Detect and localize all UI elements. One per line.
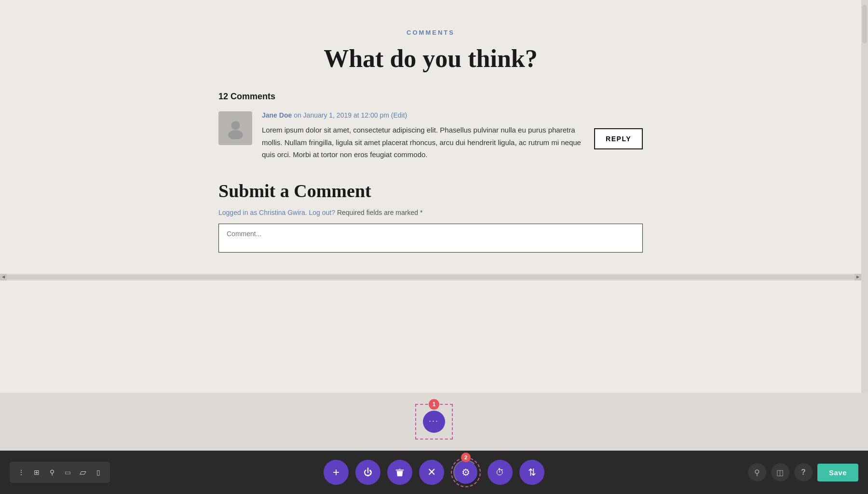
add-button[interactable]: + [324, 460, 349, 485]
comment-input-wrapper [218, 224, 643, 254]
scroll-right-arrow[interactable]: ▶ [854, 274, 861, 280]
dots-icon[interactable]: ⋮ [14, 466, 28, 479]
close-button[interactable]: ✕ [419, 460, 444, 485]
reply-button[interactable]: REPLY [594, 128, 643, 149]
section-label: COMMENTS [218, 29, 643, 36]
scroll-area[interactable] [7, 275, 854, 279]
settings-button[interactable]: ⚙ [453, 460, 478, 485]
reply-btn-wrapper: REPLY [594, 111, 643, 149]
vertical-scrollbar[interactable] [861, 0, 868, 393]
required-text: Required fields are marked * [337, 209, 422, 216]
toolbar-center: + ⏻ ✕ 2 ⚙ ⏱ ⇅ [324, 457, 544, 487]
help-button[interactable]: ? [794, 463, 813, 481]
comments-count: 12 Comments [218, 92, 643, 102]
comment-date: on January 1, 2019 at 12:00 pm [294, 111, 391, 119]
bottom-toolbar: ⋮ ⊞ ⚲ ▭ ▱ ▯ + ⏻ ✕ 2 ⚙ ⏱ ⇅ ⚲ ◫ [0, 451, 868, 494]
delete-button[interactable] [387, 460, 412, 485]
layers-button[interactable]: ◫ [771, 463, 789, 481]
page-title: What do you think? [218, 45, 643, 72]
main-area: COMMENTS What do you think? 12 Comments … [0, 0, 868, 393]
monitor-icon[interactable]: ▭ [61, 466, 74, 479]
comment-edit-link[interactable]: (Edit) [391, 111, 407, 119]
more-dots-icon: ··· [429, 417, 439, 426]
avatar-person-icon [225, 118, 246, 139]
svg-point-1 [228, 130, 243, 139]
comment-item: Jane Doe on January 1, 2019 at 12:00 pm … [218, 111, 643, 161]
toolbar-right: ⚲ ◫ ? Save [748, 463, 858, 481]
grid-icon[interactable]: ⊞ [30, 466, 43, 479]
module-more-button[interactable]: ··· [423, 411, 445, 433]
scrollbar-thumb[interactable] [862, 5, 867, 43]
settings-badge: 2 [461, 453, 471, 462]
submit-title: Submit a Comment [218, 180, 643, 201]
submit-section: Submit a Comment Logged in as Christina … [218, 180, 643, 254]
tablet-icon[interactable]: ▱ [76, 466, 90, 479]
search-right-button[interactable]: ⚲ [748, 463, 766, 481]
svg-point-0 [231, 121, 240, 130]
settings-wrapper: 2 ⚙ [451, 457, 481, 487]
search-icon[interactable]: ⚲ [45, 466, 59, 479]
sort-button[interactable]: ⇅ [519, 460, 544, 485]
module-float-container: 1 ··· [415, 404, 453, 440]
comment-textarea[interactable] [218, 224, 643, 253]
clock-button[interactable]: ⏱ [488, 460, 513, 485]
toolbar-left-panel: ⋮ ⊞ ⚲ ▭ ▱ ▯ [10, 462, 110, 483]
content-wrapper: COMMENTS What do you think? 12 Comments … [209, 0, 652, 274]
horizontal-scrollbar[interactable]: ◀ ▶ [0, 274, 861, 280]
comment-author: Jane Doe [262, 111, 292, 119]
save-button[interactable]: Save [817, 464, 858, 481]
content-scroll-area: COMMENTS What do you think? 12 Comments … [0, 0, 861, 393]
comment-meta: Jane Doe on January 1, 2019 at 12:00 pm … [262, 111, 584, 119]
comment-body: Lorem ipsum dolor sit amet, consectetur … [262, 124, 584, 161]
comment-content: Jane Doe on January 1, 2019 at 12:00 pm … [262, 111, 584, 161]
module-float-area: 1 ··· [0, 393, 868, 451]
toolbar-left: ⋮ ⊞ ⚲ ▭ ▱ ▯ [10, 462, 110, 483]
logged-in-text: Logged in as Christina Gwira. Log out? R… [218, 209, 643, 216]
power-button[interactable]: ⏻ [355, 460, 380, 485]
trash-icon [394, 467, 405, 478]
phone-icon[interactable]: ▯ [92, 466, 105, 479]
avatar [218, 111, 252, 145]
logged-in-link[interactable]: Logged in as Christina Gwira. Log out? [218, 209, 335, 216]
module-dashed-box: ··· [415, 404, 453, 440]
scroll-left-arrow[interactable]: ◀ [0, 274, 7, 280]
